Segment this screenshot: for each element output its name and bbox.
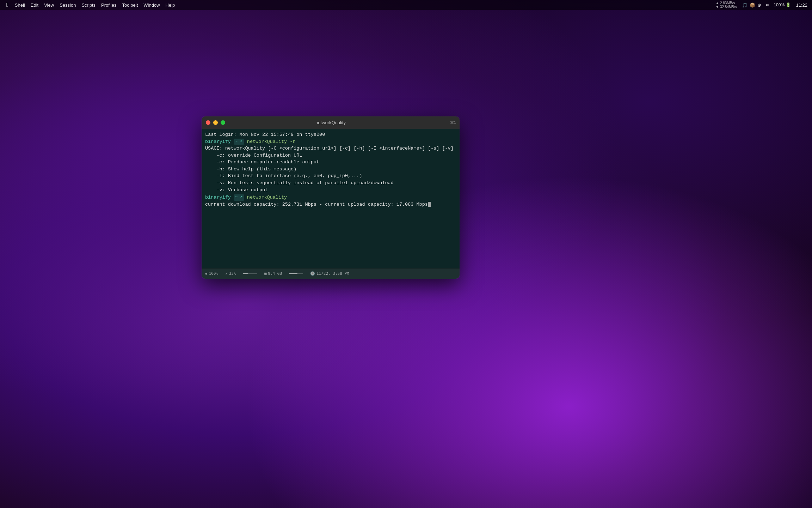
- terminal-corner: ⌘1: [450, 120, 456, 125]
- prompt-line-2: binaryify ~ ➤ networkQuality: [205, 194, 456, 201]
- result-text: current download capacity: 252.731 Mbps …: [205, 201, 428, 208]
- close-button[interactable]: [206, 120, 210, 125]
- opt-computer: -c: Produce computer-readable output: [205, 159, 456, 166]
- menubar-edit[interactable]: Edit: [28, 0, 41, 10]
- clock-icon: 🕒: [310, 271, 315, 276]
- cursor: [428, 202, 431, 207]
- status-ram: ▦ 9.4 GB: [264, 271, 282, 276]
- window-controls: [206, 120, 225, 125]
- status-time: 🕒 11/22, 3:58 PM: [310, 271, 349, 276]
- menubar-help[interactable]: Help: [163, 0, 178, 10]
- terminal-statusbar: ⊕ 100% ⚡ 33% ▦ 9.4 GB 🕒 11/22, 3:58 PM: [202, 268, 460, 279]
- result-line: current download capacity: 252.731 Mbps …: [205, 201, 456, 208]
- minimize-button[interactable]: [213, 120, 218, 125]
- menubar-battery: 100% 🔋: [772, 0, 793, 10]
- apple-menu[interactable]: : [3, 0, 12, 10]
- menubar-left:  Shell Edit View Session Scripts Profil…: [3, 0, 178, 10]
- prompt1-user: binaryify: [205, 138, 231, 145]
- lightning-icon: ⚡: [225, 271, 228, 276]
- status-zoom: ⊕ 100%: [205, 271, 218, 276]
- opt-sequential: -s: Run tests sequentially instead of pa…: [205, 180, 456, 187]
- opt-override: -c: override Configuration URL: [205, 152, 456, 159]
- menubar-toolbelt[interactable]: Toolbelt: [119, 0, 141, 10]
- menubar-profiles[interactable]: Profiles: [98, 0, 119, 10]
- ram-icon: ▦: [264, 271, 267, 276]
- cmd2: networkQuality: [247, 194, 287, 201]
- menubar-session[interactable]: Session: [57, 0, 79, 10]
- opt-interface: -I: Bind test to interface (e.g., en0, p…: [205, 173, 456, 180]
- terminal-window[interactable]: networkQuality ⌘1 Last login: Mon Nov 22…: [202, 116, 460, 279]
- terminal-title: networkQuality: [315, 120, 346, 125]
- menubar-shell[interactable]: Shell: [12, 0, 28, 10]
- prompt2-user: binaryify: [205, 194, 231, 201]
- login-line: Last login: Mon Nov 22 15:57:49 on ttys0…: [205, 131, 456, 138]
- menubar-network-stats: ▲ 2.83MB/s▼ 32.84MB/s: [714, 0, 738, 10]
- ram-bar: [289, 273, 303, 274]
- menubar-view[interactable]: View: [41, 0, 57, 10]
- terminal-titlebar: networkQuality ⌘1: [202, 116, 460, 129]
- cmd1: networkQuality -h: [247, 138, 296, 145]
- cpu-bar-fill: [243, 273, 248, 274]
- terminal-body[interactable]: Last login: Mon Nov 22 15:57:49 on ttys0…: [202, 129, 460, 268]
- prompt2-badge: ~ ➤: [234, 194, 244, 200]
- menubar-scripts[interactable]: Scripts: [79, 0, 98, 10]
- maximize-button[interactable]: [221, 120, 225, 125]
- usage-line: USAGE: networkQuality [-C <configuration…: [205, 145, 456, 152]
- menubar-icons: 🎵 📦 ⊕: [740, 0, 763, 10]
- ram-bar-fill: [289, 273, 297, 274]
- zoom-icon: ⊕: [205, 271, 208, 276]
- menubar-wifi[interactable]: ≈: [764, 0, 771, 10]
- cpu-bar: [243, 273, 257, 274]
- menubar-right: ▲ 2.83MB/s▼ 32.84MB/s 🎵 📦 ⊕ ≈ 100% 🔋 11:…: [714, 0, 809, 10]
- menubar-window[interactable]: Window: [141, 0, 162, 10]
- status-power: ⚡ 33%: [225, 271, 236, 276]
- opt-verbose: -v: Verbose output: [205, 187, 456, 194]
- opt-help: -h: Show help (this message): [205, 166, 456, 173]
- menubar:  Shell Edit View Session Scripts Profil…: [0, 0, 812, 10]
- menubar-time: 11:22: [794, 0, 809, 10]
- prompt-line-1: binaryify ~ ➤ networkQuality -h: [205, 138, 456, 145]
- prompt1-badge: ~ ➤: [234, 139, 244, 145]
